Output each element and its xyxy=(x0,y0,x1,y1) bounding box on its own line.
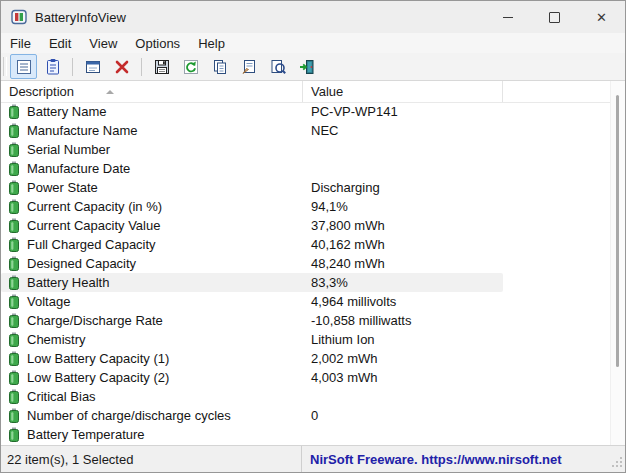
window-title: BatteryInfoView xyxy=(35,10,126,25)
menu-item-view[interactable]: View xyxy=(80,35,126,52)
minimize-button[interactable] xyxy=(484,1,531,33)
description-cell: Current Capacity (in %) xyxy=(1,199,303,214)
menu-item-edit[interactable]: Edit xyxy=(40,35,80,52)
table-row[interactable]: Number of charge/discharge cycles0 xyxy=(1,406,503,425)
description-text: Number of charge/discharge cycles xyxy=(27,408,231,423)
table-row[interactable]: Current Capacity (in %)94,1% xyxy=(1,197,503,216)
description-text: Battery Health xyxy=(27,275,109,290)
list-header: Description Value xyxy=(1,81,625,103)
column-header-value[interactable]: Value xyxy=(303,81,503,102)
menu-item-file[interactable]: File xyxy=(1,35,40,52)
description-cell: Battery Name xyxy=(1,104,303,119)
table-row[interactable]: Battery Temperature xyxy=(1,425,503,444)
description-text: Critical Bias xyxy=(27,389,96,404)
description-text: Battery Name xyxy=(27,104,106,119)
value-cell: 2,002 mWh xyxy=(303,351,503,366)
table-row[interactable]: Low Battery Capacity (2)4,003 mWh xyxy=(1,368,503,387)
toolbar xyxy=(1,53,625,81)
value-cell: 4,003 mWh xyxy=(303,370,503,385)
battery-row-icon xyxy=(8,218,20,233)
battery-row-icon xyxy=(8,389,20,404)
statusbar: 22 item(s), 1 Selected NirSoft Freeware.… xyxy=(1,445,625,472)
description-text: Serial Number xyxy=(27,142,110,157)
table-row[interactable]: Battery Health83,3% xyxy=(1,273,503,292)
status-nirsoft-link[interactable]: NirSoft Freeware. https://www.nirsoft.ne… xyxy=(302,446,625,472)
value-cell: Lithium Ion xyxy=(303,332,503,347)
value-cell: 4,964 millivolts xyxy=(303,294,503,309)
report-view-button[interactable] xyxy=(10,54,37,79)
caption-buttons: ✕ xyxy=(484,1,625,33)
battery-row-icon xyxy=(8,427,20,442)
battery-row-icon xyxy=(8,199,20,214)
value-cell: 83,3% xyxy=(303,275,503,290)
save-icon xyxy=(153,58,171,76)
description-cell: Low Battery Capacity (1) xyxy=(1,351,303,366)
table-row[interactable]: Critical Bias xyxy=(1,387,503,406)
value-cell: 40,162 mWh xyxy=(303,237,503,252)
delete-button[interactable] xyxy=(108,54,135,79)
table-row[interactable]: Current Capacity Value37,800 mWh xyxy=(1,216,503,235)
description-cell: Battery Temperature xyxy=(1,427,303,442)
maximize-icon xyxy=(549,12,560,23)
refresh-icon xyxy=(182,58,200,76)
description-text: Manufacture Date xyxy=(27,161,130,176)
value-cell: NEC xyxy=(303,123,503,138)
table-row[interactable]: Power StateDischarging xyxy=(1,178,503,197)
description-text: Designed Capacity xyxy=(27,256,136,271)
battery-row-icon xyxy=(8,161,20,176)
description-text: Full Charged Capacity xyxy=(27,237,156,252)
description-text: Voltage xyxy=(27,294,70,309)
refresh-button[interactable] xyxy=(177,54,204,79)
table-row[interactable]: Voltage4,964 millivolts xyxy=(1,292,503,311)
close-button[interactable]: ✕ xyxy=(578,1,625,33)
description-cell: Manufacture Name xyxy=(1,123,303,138)
find-button[interactable] xyxy=(264,54,291,79)
vertical-scrollbar[interactable] xyxy=(610,81,625,445)
table-row[interactable]: Manufacture Date xyxy=(1,159,503,178)
resize-grip-icon[interactable] xyxy=(612,455,623,470)
description-cell: Current Capacity Value xyxy=(1,218,303,233)
battery-row-icon xyxy=(8,351,20,366)
table-row[interactable]: Full Charged Capacity40,162 mWh xyxy=(1,235,503,254)
description-text: Current Capacity Value xyxy=(27,218,160,233)
battery-row-icon xyxy=(8,104,20,119)
battery-info-list: Description Value Battery NamePC-VP-WP14… xyxy=(1,81,625,445)
copy-icon xyxy=(211,58,229,76)
properties-button[interactable] xyxy=(235,54,262,79)
column-header-description-label: Description xyxy=(9,84,74,99)
battery-row-icon xyxy=(8,142,20,157)
table-row[interactable]: Manufacture NameNEC xyxy=(1,121,503,140)
value-cell: 94,1% xyxy=(303,199,503,214)
description-cell: Voltage xyxy=(1,294,303,309)
toolbar-separator xyxy=(72,58,73,76)
maximize-button[interactable] xyxy=(531,1,578,33)
save-button[interactable] xyxy=(148,54,175,79)
menu-item-options[interactable]: Options xyxy=(126,35,189,52)
battery-row-icon xyxy=(8,294,20,309)
value-cell: PC-VP-WP141 xyxy=(303,104,503,119)
find-icon xyxy=(269,58,287,76)
table-row[interactable]: ChemistryLithium Ion xyxy=(1,330,503,349)
table-row[interactable]: Serial Number xyxy=(1,140,503,159)
copy-button[interactable] xyxy=(206,54,233,79)
table-row[interactable]: Designed Capacity48,240 mWh xyxy=(1,254,503,273)
table-row[interactable]: Low Battery Capacity (1)2,002 mWh xyxy=(1,349,503,368)
menu-item-help[interactable]: Help xyxy=(189,35,234,52)
titlebar[interactable]: BatteryInfoView ✕ xyxy=(1,1,625,33)
exit-button[interactable] xyxy=(293,54,320,79)
value-cell: 37,800 mWh xyxy=(303,218,503,233)
table-row[interactable]: Battery NamePC-VP-WP141 xyxy=(1,102,503,121)
exit-icon xyxy=(298,58,316,76)
description-cell: Serial Number xyxy=(1,142,303,157)
column-header-description[interactable]: Description xyxy=(1,81,303,102)
description-cell: Designed Capacity xyxy=(1,256,303,271)
battery-row-icon xyxy=(8,332,20,347)
choose-columns-button[interactable] xyxy=(79,54,106,79)
clipboard-report-button[interactable] xyxy=(39,54,66,79)
scrollbar-thumb[interactable] xyxy=(616,95,619,367)
description-cell: Critical Bias xyxy=(1,389,303,404)
toolbar-grip[interactable] xyxy=(3,57,7,76)
description-cell: Charge/Discharge Rate xyxy=(1,313,303,328)
description-text: Power State xyxy=(27,180,98,195)
table-row[interactable]: Charge/Discharge Rate-10,858 milliwatts xyxy=(1,311,503,330)
